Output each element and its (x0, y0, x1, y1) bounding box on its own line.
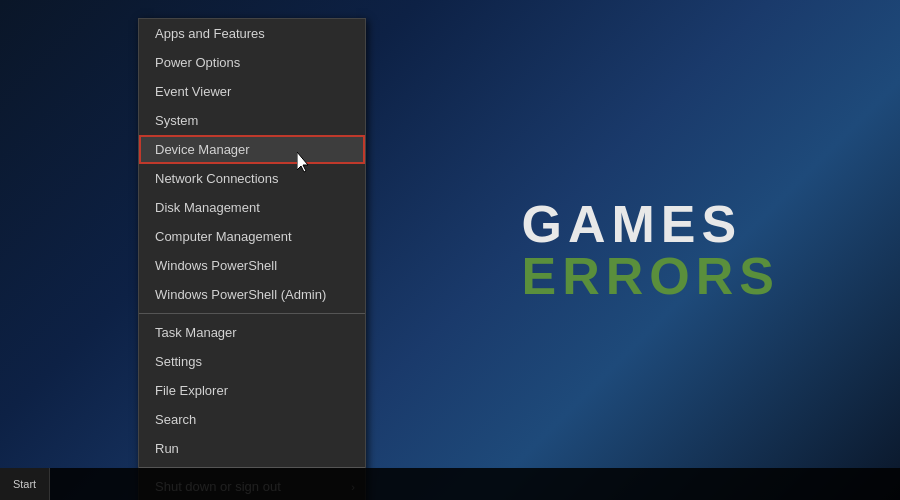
menu-item-label-power-options: Power Options (155, 55, 240, 70)
menu-item-label-windows-powershell: Windows PowerShell (155, 258, 277, 273)
menu-item-label-search: Search (155, 412, 196, 427)
menu-item-task-manager[interactable]: Task Manager (139, 318, 365, 347)
menu-item-computer-management[interactable]: Computer Management (139, 222, 365, 251)
menu-item-label-network-connections: Network Connections (155, 171, 279, 186)
menu-item-event-viewer[interactable]: Event Viewer (139, 77, 365, 106)
menu-item-label-computer-management: Computer Management (155, 229, 292, 244)
menu-item-search[interactable]: Search (139, 405, 365, 434)
menu-item-label-event-viewer: Event Viewer (155, 84, 231, 99)
menu-item-label-run: Run (155, 441, 179, 456)
menu-item-device-manager[interactable]: Device Manager (139, 135, 365, 164)
menu-item-settings[interactable]: Settings (139, 347, 365, 376)
menu-item-label-windows-powershell-admin: Windows PowerShell (Admin) (155, 287, 326, 302)
menu-divider (139, 313, 365, 314)
menu-item-file-explorer[interactable]: File Explorer (139, 376, 365, 405)
menu-item-windows-powershell[interactable]: Windows PowerShell (139, 251, 365, 280)
menu-item-label-apps-features: Apps and Features (155, 26, 265, 41)
menu-item-label-device-manager: Device Manager (155, 142, 250, 157)
menu-item-label-task-manager: Task Manager (155, 325, 237, 340)
menu-item-label-disk-management: Disk Management (155, 200, 260, 215)
menu-item-label-file-explorer: File Explorer (155, 383, 228, 398)
logo-games: GAMES (522, 198, 780, 250)
logo-area: GAMES ERRORS (522, 198, 780, 302)
menu-item-label-settings: Settings (155, 354, 202, 369)
menu-item-run[interactable]: Run (139, 434, 365, 463)
menu-item-power-options[interactable]: Power Options (139, 48, 365, 77)
menu-item-apps-features[interactable]: Apps and Features (139, 19, 365, 48)
start-button[interactable]: Start (0, 468, 50, 500)
menu-item-disk-management[interactable]: Disk Management (139, 193, 365, 222)
menu-item-label-system: System (155, 113, 198, 128)
logo-errors: ERRORS (522, 250, 780, 302)
taskbar: Start (0, 468, 900, 500)
context-menu: Apps and FeaturesPower OptionsEvent View… (138, 18, 366, 500)
menu-item-windows-powershell-admin[interactable]: Windows PowerShell (Admin) (139, 280, 365, 309)
menu-item-system[interactable]: System (139, 106, 365, 135)
menu-item-network-connections[interactable]: Network Connections (139, 164, 365, 193)
